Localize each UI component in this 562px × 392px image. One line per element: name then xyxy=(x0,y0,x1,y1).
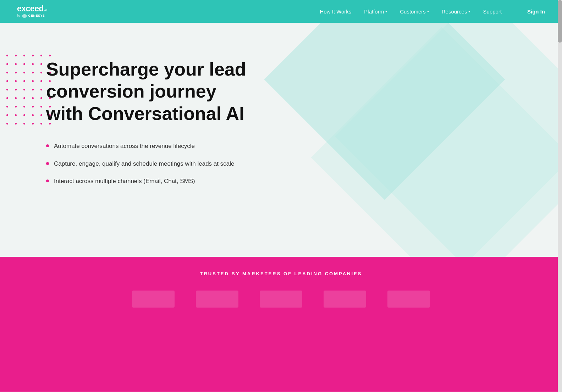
brand-logo-3 xyxy=(260,291,302,308)
brand-logos xyxy=(104,291,458,308)
bullet-item-2: Capture, engage, qualify and schedule me… xyxy=(46,159,255,169)
brand-logo-2 xyxy=(196,291,238,308)
brand-logo-4 xyxy=(324,291,366,308)
bullet-dot-icon xyxy=(46,180,49,182)
hero-content: Supercharge your lead conversion journey… xyxy=(0,51,255,186)
bullet-item-3: Interact across multiple channels (Email… xyxy=(46,177,255,186)
logo-by-label: by xyxy=(17,14,21,18)
hero-bullets: Automate conversations across the revenu… xyxy=(46,142,255,186)
scrollbar-thumb[interactable] xyxy=(558,0,562,43)
nav-links: How It Works Platform ▾ Customers ▾ Reso… xyxy=(320,9,545,15)
nav-support[interactable]: Support xyxy=(483,9,502,15)
nav-signin[interactable]: Sign In xyxy=(527,9,545,15)
customers-chevron-icon: ▾ xyxy=(427,10,429,13)
genesys-icon xyxy=(22,13,27,18)
logo-ai-text: AI xyxy=(44,9,47,12)
trusted-title: TRUSTED BY MARKETERS OF LEADING COMPANIE… xyxy=(200,271,362,276)
navbar: exceed AI by GENESYS How It Works Platfo… xyxy=(0,0,562,23)
logo[interactable]: exceed AI by GENESYS xyxy=(17,4,47,18)
hero-title: Supercharge your lead conversion journey… xyxy=(46,58,255,125)
bullet-item-1: Automate conversations across the revenu… xyxy=(46,142,255,151)
brand-logo-1 xyxy=(132,291,175,308)
logo-genesys-text: GENESYS xyxy=(28,14,45,18)
trusted-banner: TRUSTED BY MARKETERS OF LEADING COMPANIE… xyxy=(0,257,562,392)
hero-section: Supercharge your lead conversion journey… xyxy=(0,23,562,257)
bullet-dot-icon xyxy=(46,162,49,165)
resources-chevron-icon: ▾ xyxy=(468,10,470,13)
nav-how-it-works[interactable]: How It Works xyxy=(320,9,351,15)
diamond-shape-2 xyxy=(335,23,562,257)
nav-resources[interactable]: Resources ▾ xyxy=(442,9,470,15)
nav-customers[interactable]: Customers ▾ xyxy=(400,9,429,15)
brand-logo-5 xyxy=(387,291,430,308)
nav-platform[interactable]: Platform ▾ xyxy=(364,9,387,15)
svg-marker-0 xyxy=(22,14,26,18)
bullet-dot-icon xyxy=(46,144,49,147)
diamond-shape-3 xyxy=(311,27,562,257)
logo-exceed-text: exceed xyxy=(17,4,44,13)
diamond-shape-1 xyxy=(264,23,505,200)
platform-chevron-icon: ▾ xyxy=(385,10,387,13)
scrollbar[interactable] xyxy=(558,0,562,392)
